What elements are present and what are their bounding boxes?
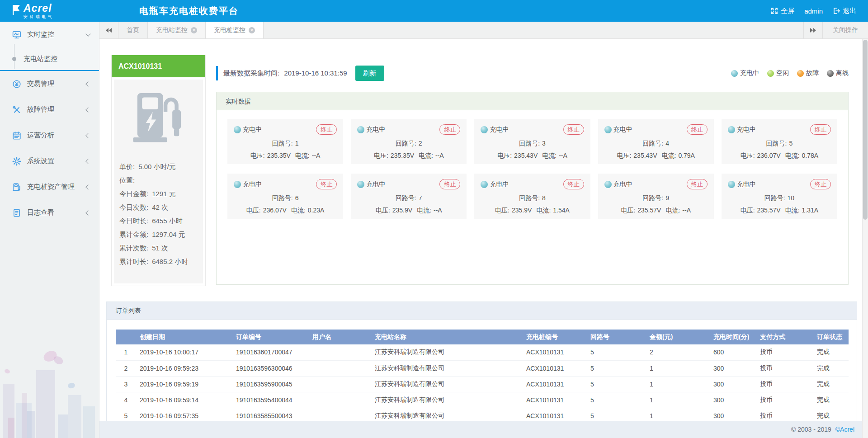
col-order-status: 订单状态 [813,330,849,344]
col-station-name: 充电站名称 [371,330,523,344]
sidebar-item-label: 交易管理 [27,80,54,88]
brand-flag-icon [12,5,21,17]
legend-offline: 离线 [827,69,849,77]
terminate-button[interactable]: 终止 [687,179,708,189]
monitor-icon [12,30,21,39]
table-row: 22019-10-16 09:59:231910163596300046江苏安科… [116,360,849,376]
circuit-number: 回路号:1 [234,140,337,148]
sidebar-item-label: 运营分析 [27,131,54,140]
stat-today-count: 今日次数:42 次 [119,201,198,214]
stat-today-duration: 今日时长:6455 小时 [119,214,198,228]
tabs-scroll-left-button[interactable] [99,22,118,38]
charging-status-icon [357,181,364,188]
col-amount: 金额(元) [646,330,710,344]
stat-total-amount: 累计金额:1297.04 元 [119,228,198,241]
circuit-number: 回路号:6 [234,194,337,203]
charging-status-icon [728,126,735,133]
stat-total-count: 累计次数:51 次 [119,241,198,255]
user-menu[interactable]: admin [804,7,823,15]
tabs-scroll-right-button[interactable] [803,22,822,38]
col-pile-no: 充电桩编号 [523,330,587,344]
chevron-left-icon [85,184,90,189]
top-header: Acrel 安科瑞电气 电瓶车充电桩收费平台 全屏 admin 退出 [0,0,868,22]
terminate-button[interactable]: 终止 [563,124,584,135]
chevron-left-icon [85,133,90,138]
circuit-status: 充电中 [613,126,632,134]
stat-location: 位置: [119,174,198,187]
double-arrow-left-icon [109,28,112,33]
tab-station-monitor[interactable]: 充电站监控 ✕ [148,22,206,38]
legend-idle: 空闲 [767,69,789,77]
stat-unit-price: 单价:5.00 小时/元 [119,160,198,174]
sidebar-item-analytics[interactable]: 运营分析 [0,122,99,148]
terminate-button[interactable]: 终止 [687,124,708,135]
footer-brand-link[interactable]: ©Acrel [835,426,854,433]
double-arrow-right-icon [813,28,816,33]
copyright-text: © 2003 - 2019 [791,426,831,433]
fullscreen-label: 全屏 [781,7,794,15]
terminate-button[interactable]: 终止 [316,124,337,135]
col-pay-method: 支付方式 [756,330,813,344]
tab-close-icon[interactable]: ✕ [249,27,255,33]
pile-info-card: ACX1010131 [111,55,206,286]
legend-fault: 故障 [797,69,819,77]
terminate-button[interactable]: 终止 [563,179,584,189]
circuit-card-5: 充电中终止 回路号:5 电压:236.07V电流:0.78A [722,119,837,164]
logout-button[interactable]: 退出 [833,7,856,15]
tab-label: 充电站监控 [156,26,188,34]
scrollbar-thumb[interactable] [863,40,868,220]
circuit-card-grid: 充电中终止 回路号:1 电压:235.35V电流:--A 充电中终止 回路号:2… [227,119,837,219]
chevron-down-icon [85,31,90,36]
circuit-card-6: 充电中终止 回路号:6 电压:236.07V电流:0.23A [227,174,343,219]
terminate-button[interactable]: 终止 [439,179,460,189]
charging-status-icon [357,126,364,133]
circuit-number: 回路号:5 [728,140,831,148]
tab-home[interactable]: 首页 [118,22,148,38]
sidebar-item-transactions[interactable]: 交易管理 [0,71,99,97]
realtime-panel-title: 实时数据 [217,92,848,110]
circuit-number: 回路号:3 [481,140,584,148]
status-legend: 充电中 空闲 故障 离线 [731,69,849,77]
circuit-metrics: 电压:235.43V电流:0.79A [604,152,708,160]
refresh-button[interactable]: 刷新 [355,66,384,81]
charging-status-icon [604,181,612,188]
legend-charging: 充电中 [731,69,759,77]
circuit-status: 充电中 [366,180,385,188]
tab-close-icon[interactable]: ✕ [191,27,197,33]
terminate-button[interactable]: 终止 [439,124,460,135]
sidebar-item-realtime-monitor[interactable]: 实时监控 [0,22,99,47]
circuit-status: 充电中 [490,180,509,188]
vertical-scrollbar[interactable] [862,39,868,438]
terminate-button[interactable]: 终止 [810,124,831,135]
page-title: 电瓶车充电桩收费平台 [139,5,239,17]
double-arrow-left-icon [106,28,108,33]
terminate-button[interactable]: 终止 [316,179,337,189]
table-row: 12019-10-16 10:00:171910163601700047江苏安科… [116,344,849,360]
circuit-card-2: 充电中终止 回路号:2 电压:235.35V电流:--A [351,119,467,164]
terminate-button[interactable]: 终止 [810,179,831,189]
charging-status-icon [604,126,612,133]
circuit-number: 回路号:10 [728,194,831,203]
brand-logo: Acrel 安科瑞电气 [0,3,136,19]
circuit-card-10: 充电中终止 回路号:10 电压:235.57V电流:1.31A [722,174,837,219]
transaction-icon [12,80,21,89]
sidebar-item-station-monitor[interactable]: 充电站监控 [0,47,99,70]
offline-status-icon [827,70,834,77]
circuit-metrics: 电压:236.07V电流:0.23A [234,207,337,215]
circuit-status: 充电中 [737,126,756,134]
nav-group-realtime: 实时监控 充电站监控 [0,22,99,71]
circuit-metrics: 电压:235.9V电流:--A [357,207,460,215]
sidebar-item-logs[interactable]: 日志查看 [0,200,99,226]
tab-pile-monitor[interactable]: 充电桩监控 ✕ [206,22,264,38]
close-operations-button[interactable]: 关闭操作 [822,22,868,38]
sidebar-item-label: 充电桩资产管理 [27,183,75,191]
fullscreen-button[interactable]: 全屏 [771,7,794,15]
app-window: Acrel 安科瑞电气 电瓶车充电桩收费平台 全屏 admin 退出 [0,0,868,438]
sidebar-item-settings[interactable]: 系统设置 [0,148,99,174]
cityscape-decoration [0,348,99,438]
circuit-number: 回路号:8 [481,194,584,203]
sidebar-item-faults[interactable]: 故障管理 [0,97,99,122]
sidebar-item-label: 故障管理 [27,105,54,114]
chevron-left-icon [85,159,90,164]
sidebar-item-pile-assets[interactable]: 充电桩资产管理 [0,174,99,200]
